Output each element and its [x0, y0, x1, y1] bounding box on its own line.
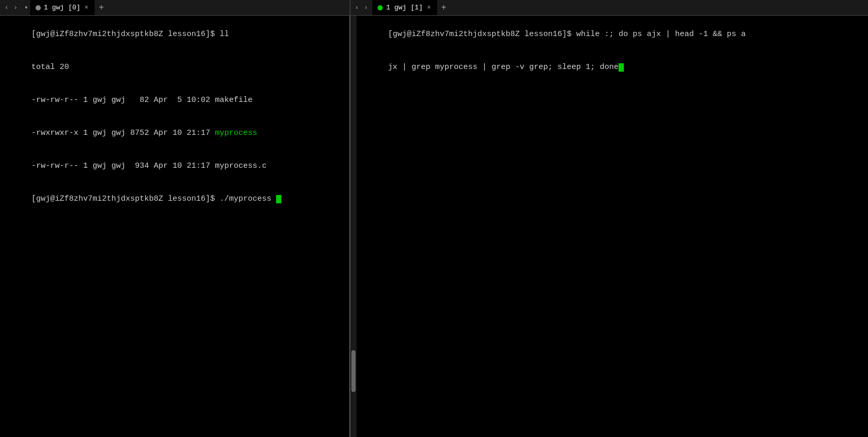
right-nav-arrows: ‹ ›: [350, 3, 372, 13]
left-cursor: [276, 195, 281, 203]
left-line-4: -rwxrwxr-x 1 gwj gwj 8752 Apr 10 21:17 m…: [3, 117, 346, 150]
left-terminal[interactable]: [gwj@iZf8zhv7mi2thjdxsptkb8Z lesson16]$ …: [0, 16, 350, 437]
left-line-2: total 20: [3, 51, 346, 84]
left-tab-label: 1 gwj [0]: [44, 4, 81, 12]
left-line-1: [gwj@iZf8zhv7mi2thjdxsptkb8Z lesson16]$ …: [3, 18, 346, 51]
right-nav-prev[interactable]: ‹: [353, 3, 360, 13]
right-line-1: [gwj@iZf8zhv7mi2thjdxsptkb8Z lesson16]$ …: [360, 18, 865, 51]
left-line-6: [gwj@iZf8zhv7mi2thjdxsptkb8Z lesson16]$ …: [3, 182, 346, 215]
right-line-2: jx | grep myprocess | grep -v grep; slee…: [360, 51, 865, 84]
left-tab-indicator: [36, 5, 41, 10]
scrollbar-thumb[interactable]: [351, 350, 356, 392]
right-cursor: [619, 63, 624, 72]
left-tab-active[interactable]: 1 gwj [0] ×: [30, 0, 95, 15]
right-tab-add[interactable]: +: [437, 0, 451, 15]
left-nav-prev[interactable]: ‹: [3, 3, 10, 13]
right-tab-pane: ‹ › 1 gwj [1] × +: [350, 0, 868, 15]
right-tab-active[interactable]: 1 gwj [1] ×: [372, 0, 437, 15]
terminals-container: [gwj@iZf8zhv7mi2thjdxsptkb8Z lesson16]$ …: [0, 16, 868, 437]
left-line-3: -rw-rw-r-- 1 gwj gwj 82 Apr 5 10:02 make…: [3, 84, 346, 117]
left-nav-arrows: ‹ ›: [0, 3, 22, 13]
left-tab-pane: ‹ › ▾ 1 gwj [0] × +: [0, 0, 350, 15]
left-line-5: -rw-rw-r-- 1 gwj gwj 934 Apr 10 21:17 my…: [3, 150, 346, 182]
right-nav-next[interactable]: ›: [362, 3, 369, 13]
divider-scrollbar[interactable]: [350, 16, 357, 437]
right-tab-indicator: [378, 5, 383, 10]
left-tab-dropdown[interactable]: ▾: [22, 4, 30, 12]
left-tab-add[interactable]: +: [95, 0, 108, 15]
left-tab-close[interactable]: ×: [84, 4, 89, 12]
right-tab-label: 1 gwj [1]: [386, 4, 422, 12]
left-nav-next[interactable]: ›: [12, 3, 19, 13]
right-terminal[interactable]: [gwj@iZf8zhv7mi2thjdxsptkb8Z lesson16]$ …: [357, 16, 868, 437]
right-tab-close[interactable]: ×: [426, 4, 432, 12]
tab-bar: ‹ › ▾ 1 gwj [0] × + ‹ › 1 gwj [1] × +: [0, 0, 868, 16]
